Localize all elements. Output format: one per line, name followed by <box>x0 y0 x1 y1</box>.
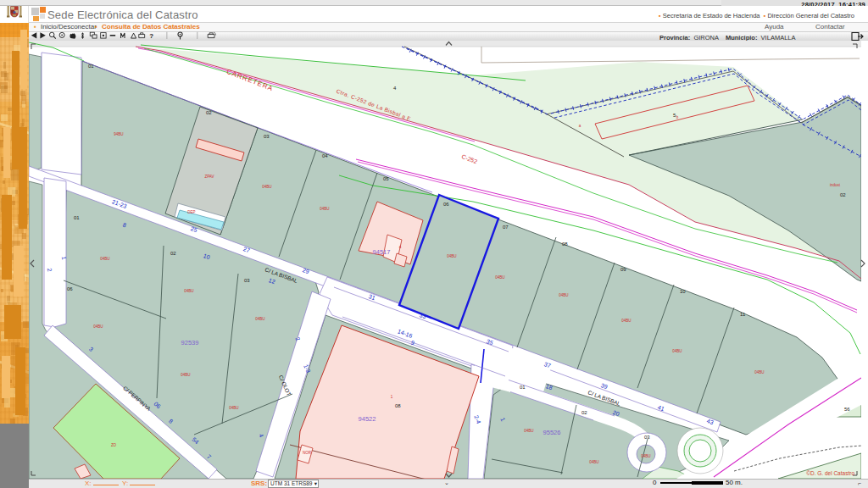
svg-text:04BU: 04BU <box>100 257 109 261</box>
svg-text:©D. G. del Catastro: ©D. G. del Catastro <box>806 470 854 476</box>
svg-text:09: 09 <box>620 267 626 272</box>
svg-text:04BU: 04BU <box>93 324 103 329</box>
svg-text:94522: 94522 <box>359 415 376 423</box>
svg-text:04BU: 04BU <box>495 275 504 280</box>
svg-text:01: 01 <box>74 215 80 220</box>
svg-text:02: 02 <box>206 110 212 115</box>
svg-text:06: 06 <box>67 286 73 291</box>
svg-text:C-252: C-252 <box>461 153 478 164</box>
svg-text:04BU: 04BU <box>447 254 456 258</box>
svg-text:94517: 94517 <box>373 248 391 256</box>
svg-text:04BU: 04BU <box>184 289 193 293</box>
svg-text:02: 02 <box>581 410 587 415</box>
svg-text:04BU: 04BU <box>181 373 190 377</box>
svg-text:DEP: DEP <box>187 210 195 214</box>
svg-text:04BU: 04BU <box>262 185 271 189</box>
svg-text:04BU: 04BU <box>320 207 329 211</box>
svg-text:02: 02 <box>170 251 176 256</box>
svg-text:indust: indust <box>830 183 841 187</box>
svg-text:02: 02 <box>840 192 846 197</box>
svg-text:04: 04 <box>322 153 328 158</box>
svg-text:04BU: 04BU <box>641 454 650 458</box>
svg-text:92539: 92539 <box>181 339 199 347</box>
svg-text:NOR: NOR <box>303 451 312 455</box>
svg-text:03: 03 <box>264 134 270 139</box>
svg-text:04BU: 04BU <box>672 349 682 353</box>
svg-text:04BU: 04BU <box>255 317 264 321</box>
svg-text:?: ? <box>149 32 153 40</box>
svg-text:06: 06 <box>443 202 449 207</box>
svg-text:94BU: 94BU <box>114 132 123 136</box>
svg-text:04BU: 04BU <box>524 429 533 433</box>
svg-text:ZPAV: ZPAV <box>204 175 214 179</box>
svg-text:03: 03 <box>644 435 650 440</box>
svg-text:01: 01 <box>520 385 526 390</box>
svg-text:ZO: ZO <box>111 443 117 447</box>
svg-text:56: 56 <box>844 407 850 412</box>
svg-text:04BU: 04BU <box>621 319 631 323</box>
svg-text:04BU: 04BU <box>229 406 238 410</box>
svg-text:11: 11 <box>740 312 746 317</box>
svg-text:95526: 95526 <box>543 429 561 436</box>
svg-text:04BU: 04BU <box>754 370 764 374</box>
svg-text:10: 10 <box>680 289 686 294</box>
svg-text:05: 05 <box>383 176 389 181</box>
svg-text:08: 08 <box>395 403 401 408</box>
svg-text:03: 03 <box>244 278 250 283</box>
svg-text:01: 01 <box>88 64 94 69</box>
svg-text:04BU: 04BU <box>559 293 568 297</box>
svg-text:08: 08 <box>562 241 568 247</box>
svg-text:07: 07 <box>503 225 509 230</box>
svg-text:04BU: 04BU <box>589 460 598 464</box>
